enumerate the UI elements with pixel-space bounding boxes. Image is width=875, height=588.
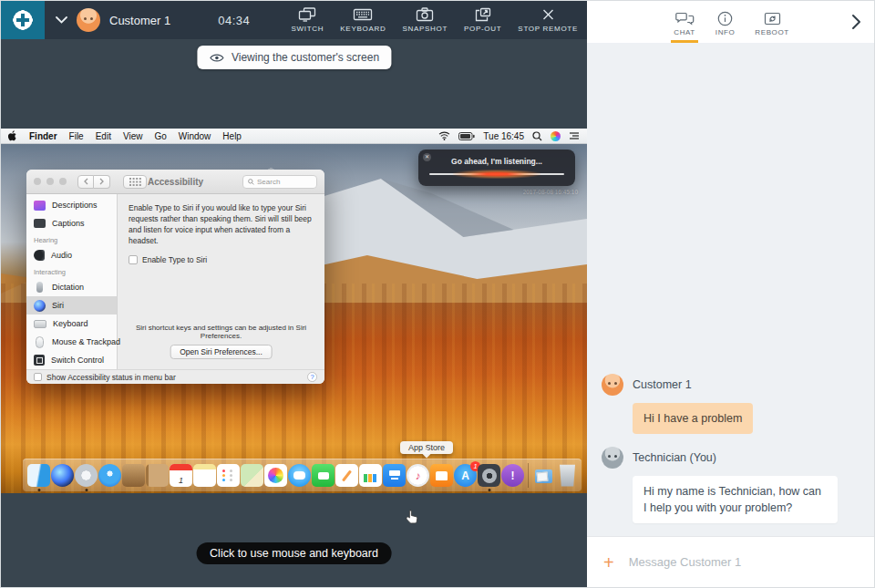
siri-waveform [429,170,564,178]
apple-logo-icon[interactable] [8,130,17,141]
message-bubble: Hi I have a problem [633,403,753,434]
screen-watermark: 2017-08-08 16:45:10 [523,189,578,195]
dock-contacts-icon[interactable] [146,464,169,487]
dock-siri-icon[interactable] [51,464,74,487]
dock-safari-icon[interactable] [98,464,121,487]
keyboard-icon [353,7,373,22]
pop-out-button[interactable]: POP-OUT [464,7,501,33]
mac-dock: 1 ♪ A1 ! [23,459,582,491]
mouse-icon [36,336,44,348]
notification-center-icon[interactable] [569,131,580,140]
menu-item-edit[interactable]: Edit [96,131,111,141]
dock-itunes-icon[interactable]: ♪ [407,464,429,487]
message-input-bar: + [587,536,875,587]
siri-menu-icon[interactable] [551,131,561,141]
dock-mail-icon[interactable] [122,464,145,487]
sidebar-item-mouse-trackpad[interactable]: Mouse & Trackpad [26,333,117,351]
help-button[interactable]: ? [307,372,317,382]
switch-control-icon [34,355,45,366]
dictation-mic-icon [36,282,43,293]
back-button[interactable] [77,175,94,189]
dock-finder-icon[interactable] [27,464,50,487]
dock-keynote-icon[interactable] [383,464,406,487]
sidebar-item-keyboard[interactable]: Keyboard [26,315,117,333]
snapshot-button[interactable]: SNAPSHOT [402,7,448,33]
wifi-icon[interactable] [438,131,450,140]
menu-item-go[interactable]: Go [154,131,166,141]
show-all-grid-icon[interactable] [123,175,147,189]
show-accessibility-status-checkbox[interactable] [34,373,42,381]
dock-numbers-icon[interactable] [359,464,382,487]
app-logo[interactable] [1,1,45,39]
menu-item-finder[interactable]: Finder [29,131,57,141]
spotlight-search-icon[interactable] [532,131,542,141]
switch-icon [297,7,317,22]
dock-photos-icon[interactable] [264,464,287,487]
close-x-icon [541,7,555,22]
stop-remote-button[interactable]: STOP REMOTE [518,7,578,33]
menu-item-view[interactable]: View [123,131,143,141]
keyboard-button[interactable]: KEYBOARD [340,7,386,33]
sidebar-item-descriptions[interactable]: Descriptions [26,196,117,214]
dock-ibooks-icon[interactable] [430,464,453,487]
window-search-field[interactable]: Search [242,175,317,189]
attach-plus-icon[interactable]: + [603,553,614,572]
dock-launchpad-icon[interactable] [75,464,98,487]
dock-trash-icon[interactable] [556,464,579,487]
remote-desktop-wallpaper[interactable]: ✕ Go ahead, I'm listening... 2017-08-08 … [1,144,587,493]
menu-item-file[interactable]: File [69,131,84,141]
descriptions-icon [34,201,46,211]
minimize-traffic-light[interactable] [46,178,54,185]
window-titlebar[interactable]: Accessibility Search [26,170,324,194]
dock-feedback-assistant-icon[interactable]: ! [501,464,524,487]
menu-bar-clock[interactable]: Tue 16:45 [483,131,524,141]
chat-message-list: Customer 1 Hi I have a problem Technicia… [587,43,875,536]
mouse-keyboard-hint[interactable]: Click to use mouse and keyboard [196,542,392,564]
tab-info[interactable]: INFO [715,1,736,43]
open-siri-preferences-button[interactable]: Open Siri Preferences... [170,345,273,359]
tab-chat[interactable]: CHAT [674,1,695,43]
enable-type-to-siri-checkbox[interactable] [129,255,138,264]
menu-item-window[interactable]: Window [179,131,211,141]
sidebar-item-captions[interactable]: Captions [26,214,117,232]
status-banner: Viewing the customer's screen [197,46,391,69]
sidebar-item-switch-control[interactable]: Switch Control [26,351,117,369]
accessibility-sidebar: Descriptions Captions Hearing Audio Inte… [26,194,118,369]
dock-app-store-icon[interactable]: A1 [454,464,477,487]
sidebar-item-siri[interactable]: Siri [26,296,117,315]
dock-system-preferences-icon[interactable] [478,464,500,487]
battery-icon[interactable] [458,132,475,140]
dock-downloads-folder-icon[interactable] [532,464,555,487]
chevron-down-icon[interactable] [56,16,67,24]
siri-popup-close-icon[interactable]: ✕ [423,153,431,161]
forward-button[interactable] [94,175,110,189]
siri-listening-popup: ✕ Go ahead, I'm listening... [418,150,575,186]
zoom-traffic-light[interactable] [59,178,67,185]
dock-messages-icon[interactable] [288,464,311,487]
message-input[interactable] [629,555,860,569]
sidebar-item-dictation[interactable]: Dictation [26,278,117,296]
sidebar-item-audio[interactable]: Audio [26,246,117,264]
siri-popup-text: Go ahead, I'm listening... [418,157,575,166]
dock-pages-icon[interactable] [335,464,358,487]
dock-notes-icon[interactable] [193,464,216,487]
chat-message-technician: Technician (You) Hi my name is Technicia… [602,447,861,523]
close-traffic-light[interactable] [34,178,41,185]
collapse-panel-chevron-icon[interactable] [851,14,861,30]
dock-facetime-icon[interactable] [312,464,335,487]
dock-calendar-icon[interactable]: 1 [170,464,192,487]
technician-avatar [602,447,623,469]
reboot-icon [764,12,781,26]
remote-screen[interactable]: Finder File Edit View Go Window Help Tue… [1,129,587,493]
menu-item-help[interactable]: Help [222,131,242,141]
session-toolbar: Customer 1 04:34 SWITCH KEYBOARD [1,1,587,39]
accessibility-window: Accessibility Search Descriptions Captio… [26,170,324,384]
dock-maps-icon[interactable] [241,464,263,487]
switch-button[interactable]: SWITCH [292,7,324,33]
siri-pane-content: Enable Type to Siri if you would like to… [118,194,324,369]
enable-type-to-siri-row[interactable]: Enable Type to Siri [129,255,314,264]
dock-reminders-icon[interactable] [217,464,240,487]
app-store-tooltip: App Store [400,441,453,454]
tab-reboot[interactable]: REBOOT [755,1,788,43]
status-banner-text: Viewing the customer's screen [232,51,379,64]
